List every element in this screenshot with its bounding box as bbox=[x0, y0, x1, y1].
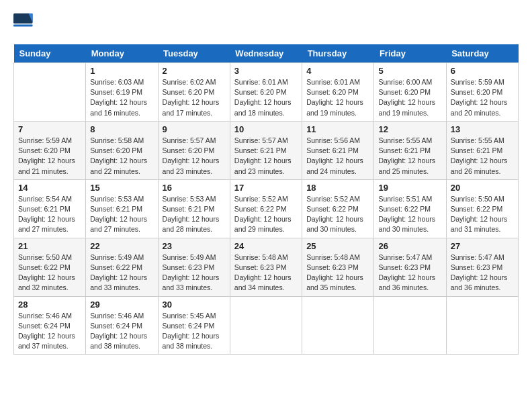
calendar-cell: 7Sunrise: 5:59 AMSunset: 6:20 PMDaylight… bbox=[14, 121, 86, 179]
day-info: Sunrise: 5:47 AMSunset: 6:23 PMDaylight:… bbox=[451, 253, 514, 293]
day-info: Sunrise: 6:01 AMSunset: 6:20 PMDaylight:… bbox=[306, 77, 369, 118]
calendar-cell: 25Sunrise: 5:48 AMSunset: 6:23 PMDayligh… bbox=[302, 238, 374, 296]
day-info: Sunrise: 5:57 AMSunset: 6:21 PMDaylight:… bbox=[234, 136, 298, 177]
day-info: Sunrise: 6:01 AMSunset: 6:20 PMDaylight:… bbox=[234, 77, 298, 118]
day-info: Sunrise: 5:51 AMSunset: 6:22 PMDaylight:… bbox=[378, 194, 441, 235]
day-info: Sunrise: 5:56 AMSunset: 6:21 PMDaylight:… bbox=[306, 136, 369, 177]
calendar-cell: 21Sunrise: 5:50 AMSunset: 6:22 PMDayligh… bbox=[14, 238, 86, 296]
day-info: Sunrise: 5:58 AMSunset: 6:20 PMDaylight:… bbox=[90, 136, 153, 177]
day-info: Sunrise: 5:49 AMSunset: 6:22 PMDaylight:… bbox=[90, 253, 153, 293]
day-header-friday: Friday bbox=[374, 44, 446, 63]
day-number: 28 bbox=[18, 300, 81, 310]
calendar-week-1: 1Sunrise: 6:03 AMSunset: 6:19 PMDaylight… bbox=[14, 63, 519, 122]
day-info: Sunrise: 5:47 AMSunset: 6:23 PMDaylight:… bbox=[378, 253, 441, 293]
calendar-cell bbox=[374, 296, 446, 355]
calendar-cell: 13Sunrise: 5:55 AMSunset: 6:21 PMDayligh… bbox=[446, 121, 518, 179]
calendar-cell: 27Sunrise: 5:47 AMSunset: 6:23 PMDayligh… bbox=[446, 238, 518, 296]
day-info: Sunrise: 6:02 AMSunset: 6:20 PMDaylight:… bbox=[163, 77, 226, 118]
day-info: Sunrise: 5:57 AMSunset: 6:20 PMDaylight:… bbox=[163, 136, 226, 177]
day-number: 22 bbox=[90, 241, 153, 251]
day-info: Sunrise: 5:54 AMSunset: 6:21 PMDaylight:… bbox=[18, 194, 81, 235]
day-number: 5 bbox=[378, 66, 441, 76]
calendar-cell bbox=[230, 296, 302, 355]
day-number: 3 bbox=[234, 66, 298, 76]
calendar-cell: 9Sunrise: 5:57 AMSunset: 6:20 PMDaylight… bbox=[158, 121, 230, 179]
day-info: Sunrise: 5:52 AMSunset: 6:22 PMDaylight:… bbox=[234, 194, 298, 235]
day-number: 20 bbox=[451, 183, 514, 193]
day-number: 18 bbox=[306, 183, 369, 193]
page-header bbox=[13, 13, 519, 34]
calendar-cell: 22Sunrise: 5:49 AMSunset: 6:22 PMDayligh… bbox=[86, 238, 158, 296]
calendar-header-row: SundayMondayTuesdayWednesdayThursdayFrid… bbox=[14, 44, 519, 63]
day-info: Sunrise: 5:45 AMSunset: 6:24 PMDaylight:… bbox=[163, 311, 226, 352]
day-info: Sunrise: 6:03 AMSunset: 6:19 PMDaylight:… bbox=[90, 77, 153, 118]
day-number: 27 bbox=[451, 241, 514, 251]
calendar-cell: 19Sunrise: 5:51 AMSunset: 6:22 PMDayligh… bbox=[374, 179, 446, 238]
calendar-cell bbox=[302, 296, 374, 355]
day-number: 21 bbox=[18, 241, 81, 251]
calendar-table: SundayMondayTuesdayWednesdayThursdayFrid… bbox=[13, 44, 519, 355]
day-info: Sunrise: 5:55 AMSunset: 6:21 PMDaylight:… bbox=[378, 136, 441, 177]
day-number: 14 bbox=[18, 183, 81, 193]
day-header-saturday: Saturday bbox=[446, 44, 518, 63]
calendar-cell: 10Sunrise: 5:57 AMSunset: 6:21 PMDayligh… bbox=[230, 121, 302, 179]
calendar-cell: 5Sunrise: 6:00 AMSunset: 6:20 PMDaylight… bbox=[374, 63, 446, 122]
day-number: 19 bbox=[378, 183, 441, 193]
logo-icon bbox=[13, 13, 34, 34]
day-number: 1 bbox=[90, 66, 153, 76]
calendar-cell bbox=[14, 63, 86, 122]
day-number: 24 bbox=[234, 241, 298, 251]
day-info: Sunrise: 5:59 AMSunset: 6:20 PMDaylight:… bbox=[451, 77, 514, 118]
day-number: 23 bbox=[163, 241, 226, 251]
day-header-thursday: Thursday bbox=[302, 44, 374, 63]
calendar-cell: 14Sunrise: 5:54 AMSunset: 6:21 PMDayligh… bbox=[14, 179, 86, 238]
day-header-sunday: Sunday bbox=[14, 44, 86, 63]
day-number: 4 bbox=[306, 66, 369, 76]
day-number: 16 bbox=[163, 183, 226, 193]
logo bbox=[13, 13, 35, 34]
calendar-cell: 30Sunrise: 5:45 AMSunset: 6:24 PMDayligh… bbox=[158, 296, 230, 355]
day-number: 17 bbox=[234, 183, 298, 193]
day-info: Sunrise: 5:49 AMSunset: 6:23 PMDaylight:… bbox=[163, 253, 226, 293]
day-info: Sunrise: 5:48 AMSunset: 6:23 PMDaylight:… bbox=[306, 253, 369, 293]
calendar-cell: 29Sunrise: 5:46 AMSunset: 6:24 PMDayligh… bbox=[86, 296, 158, 355]
day-number: 25 bbox=[306, 241, 369, 251]
calendar-cell: 28Sunrise: 5:46 AMSunset: 6:24 PMDayligh… bbox=[14, 296, 86, 355]
calendar-cell: 12Sunrise: 5:55 AMSunset: 6:21 PMDayligh… bbox=[374, 121, 446, 179]
calendar-cell: 15Sunrise: 5:53 AMSunset: 6:21 PMDayligh… bbox=[86, 179, 158, 238]
day-header-tuesday: Tuesday bbox=[158, 44, 230, 63]
calendar-cell: 1Sunrise: 6:03 AMSunset: 6:19 PMDaylight… bbox=[86, 63, 158, 122]
calendar-cell: 26Sunrise: 5:47 AMSunset: 6:23 PMDayligh… bbox=[374, 238, 446, 296]
day-info: Sunrise: 5:48 AMSunset: 6:23 PMDaylight:… bbox=[234, 253, 298, 293]
calendar-week-2: 7Sunrise: 5:59 AMSunset: 6:20 PMDaylight… bbox=[14, 121, 519, 179]
calendar-cell: 11Sunrise: 5:56 AMSunset: 6:21 PMDayligh… bbox=[302, 121, 374, 179]
day-number: 12 bbox=[378, 124, 441, 134]
day-info: Sunrise: 5:59 AMSunset: 6:20 PMDaylight:… bbox=[18, 136, 81, 177]
day-number: 13 bbox=[451, 124, 514, 134]
day-info: Sunrise: 5:53 AMSunset: 6:21 PMDaylight:… bbox=[163, 194, 226, 235]
calendar-cell: 16Sunrise: 5:53 AMSunset: 6:21 PMDayligh… bbox=[158, 179, 230, 238]
day-info: Sunrise: 6:00 AMSunset: 6:20 PMDaylight:… bbox=[378, 77, 441, 118]
day-info: Sunrise: 5:53 AMSunset: 6:21 PMDaylight:… bbox=[90, 194, 153, 235]
day-number: 15 bbox=[90, 183, 153, 193]
day-number: 8 bbox=[90, 124, 153, 134]
day-number: 11 bbox=[306, 124, 369, 134]
calendar-week-4: 21Sunrise: 5:50 AMSunset: 6:22 PMDayligh… bbox=[14, 238, 519, 296]
day-number: 26 bbox=[378, 241, 441, 251]
day-info: Sunrise: 5:46 AMSunset: 6:24 PMDaylight:… bbox=[18, 311, 81, 352]
day-info: Sunrise: 5:52 AMSunset: 6:22 PMDaylight:… bbox=[306, 194, 369, 235]
calendar-cell: 6Sunrise: 5:59 AMSunset: 6:20 PMDaylight… bbox=[446, 63, 518, 122]
day-info: Sunrise: 5:50 AMSunset: 6:22 PMDaylight:… bbox=[18, 253, 81, 293]
day-number: 29 bbox=[90, 300, 153, 310]
calendar-cell: 3Sunrise: 6:01 AMSunset: 6:20 PMDaylight… bbox=[230, 63, 302, 122]
day-number: 2 bbox=[163, 66, 226, 76]
day-number: 6 bbox=[451, 66, 514, 76]
svg-rect-1 bbox=[13, 25, 33, 27]
day-number: 30 bbox=[163, 300, 226, 310]
day-header-wednesday: Wednesday bbox=[230, 44, 302, 63]
calendar-cell: 4Sunrise: 6:01 AMSunset: 6:20 PMDaylight… bbox=[302, 63, 374, 122]
day-number: 9 bbox=[163, 124, 226, 134]
calendar-cell: 18Sunrise: 5:52 AMSunset: 6:22 PMDayligh… bbox=[302, 179, 374, 238]
day-header-monday: Monday bbox=[86, 44, 158, 63]
calendar-week-5: 28Sunrise: 5:46 AMSunset: 6:24 PMDayligh… bbox=[14, 296, 519, 355]
